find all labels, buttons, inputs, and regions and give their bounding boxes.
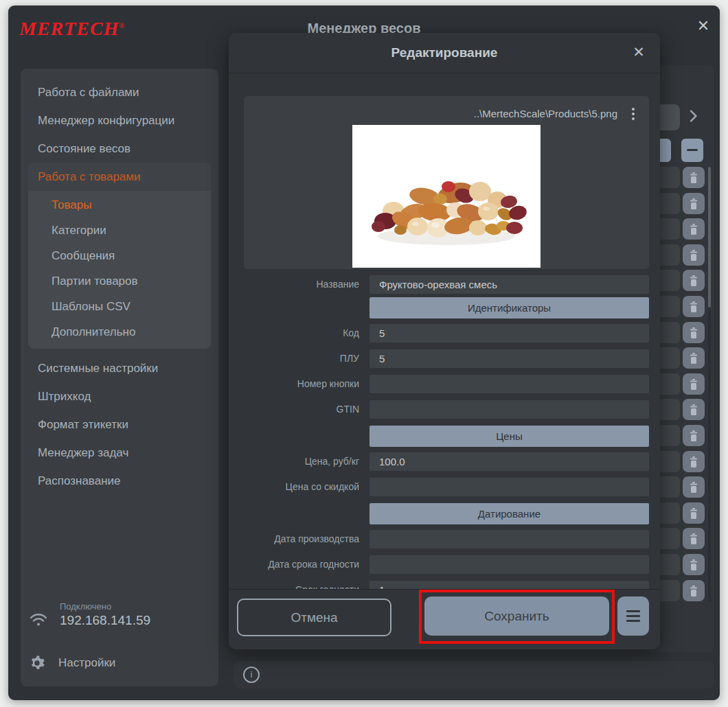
connection-ip: 192.168.141.59	[60, 613, 150, 628]
delete-row-button[interactable]	[683, 270, 705, 291]
field-label: Название	[229, 275, 359, 294]
scrollbar[interactable]	[708, 167, 711, 601]
trash-icon	[689, 379, 698, 390]
form-row: Дата производства	[229, 530, 660, 548]
hamburger-icon	[626, 610, 640, 612]
more-actions-button[interactable]	[617, 596, 649, 636]
delete-row-button[interactable]	[683, 296, 705, 317]
delete-row-button[interactable]	[683, 347, 705, 369]
delete-row-button[interactable]	[683, 451, 705, 472]
sidebar-item[interactable]: Штрихкод	[21, 382, 218, 410]
image-path: ..\MertechScale\Products\5.png	[474, 108, 617, 119]
trash-icon	[689, 482, 698, 493]
trash-icon	[689, 353, 698, 364]
chevron-right-icon[interactable]	[690, 110, 703, 124]
sidebar-item[interactable]: Системные настройки	[21, 354, 218, 382]
connection-status: Подключено	[60, 601, 111, 612]
dialog-close-icon[interactable]: ✕	[628, 42, 649, 62]
minus-icon	[687, 149, 698, 151]
sidebar-subitem[interactable]: Партии товаров	[28, 268, 211, 294]
delete-row-button[interactable]	[683, 528, 705, 549]
delete-row-button[interactable]	[683, 425, 705, 446]
delete-row-button[interactable]	[683, 580, 705, 601]
delete-row-button[interactable]	[683, 554, 705, 575]
form-section-header: Идентификаторы	[369, 297, 649, 318]
trash-icon	[689, 559, 698, 570]
delete-row-button[interactable]	[683, 399, 705, 420]
form-section-header: Датирование	[369, 503, 649, 524]
field-input[interactable]: Фруктово-орехвая смесь	[369, 275, 649, 294]
settings-button[interactable]: Настройки	[30, 656, 45, 672]
trash-icon	[689, 172, 698, 183]
cancel-button[interactable]: Отмена	[237, 599, 391, 636]
field-input[interactable]	[369, 375, 649, 393]
sidebar-item[interactable]: Менеджер задач	[21, 439, 218, 467]
kebab-menu-icon[interactable]	[628, 106, 638, 124]
product-image	[352, 125, 541, 268]
trash-icon	[689, 508, 698, 519]
sidebar-item[interactable]: Состояние весов	[21, 135, 218, 163]
screen: MERTECH® Менеджер весов ✕ Работа с файла…	[0, 0, 728, 707]
delete-row-button[interactable]	[683, 476, 705, 498]
field-input[interactable]	[369, 555, 649, 574]
sidebar-subitem[interactable]: Товары	[28, 192, 211, 218]
field-input[interactable]: 5	[369, 349, 649, 368]
sidebar-subitem[interactable]: Шаблоны CSV	[28, 294, 211, 319]
field-label: Цена со скидкой	[229, 478, 359, 496]
trash-icon	[689, 198, 698, 209]
field-input[interactable]	[369, 478, 649, 496]
info-icon[interactable]: i	[243, 667, 260, 683]
trash-icon	[689, 301, 698, 312]
remove-row-button[interactable]	[681, 139, 703, 162]
form-row: НазваниеФруктово-орехвая смесь	[229, 275, 660, 294]
form-row: Дата срока годности	[229, 555, 660, 574]
field-label: Цена, руб/кг	[229, 452, 359, 471]
scrollbar-thumb[interactable]	[708, 167, 711, 308]
sidebar-subitem[interactable]: Дополнительно	[28, 319, 211, 345]
app-window: MERTECH® Менеджер весов ✕ Работа с файла…	[8, 5, 720, 700]
field-input[interactable]	[369, 530, 649, 548]
form-row: Код5	[229, 324, 660, 343]
trash-icon	[689, 250, 698, 261]
dialog-title: Редактирование	[229, 33, 660, 73]
field-label: Дата производства	[229, 530, 359, 548]
sidebar-item[interactable]: Работа с товарами	[28, 163, 211, 191]
delete-row-button[interactable]	[683, 244, 705, 266]
field-label: Номер кнопки	[229, 375, 359, 393]
settings-label: Настройки	[58, 656, 115, 670]
window-close-icon[interactable]: ✕	[692, 15, 714, 37]
delete-row-button[interactable]	[683, 218, 705, 240]
sidebar-nav: Работа с файламиМенеджер конфигурацииСос…	[21, 69, 218, 495]
field-input[interactable]	[369, 400, 649, 419]
delete-row-button[interactable]	[683, 502, 705, 524]
sidebar-item[interactable]: Менеджер конфигурации	[21, 106, 218, 135]
gear-icon	[30, 656, 45, 671]
form-row: Номер кнопки	[229, 375, 660, 393]
sidebar-submenu: ТоварыКатегорииСообщенияПартии товаровШа…	[28, 191, 211, 349]
sidebar-subitem[interactable]: Сообщения	[28, 243, 211, 268]
form-row: ПЛУ5	[229, 349, 660, 368]
trash-icon	[689, 586, 698, 596]
dialog-footer: Отмена Сохранить	[229, 589, 660, 649]
delete-row-button[interactable]	[683, 167, 705, 188]
field-input[interactable]: 100.0	[369, 452, 649, 471]
delete-row-button[interactable]	[683, 373, 705, 395]
info-bar: i	[234, 661, 714, 688]
sidebar-item[interactable]: Формат этикетки	[21, 410, 218, 439]
sidebar: Работа с файламиМенеджер конфигурацииСос…	[21, 69, 218, 686]
trash-icon	[689, 327, 698, 338]
field-label: GTIN	[229, 400, 359, 419]
trash-icon	[689, 456, 698, 467]
delete-row-button[interactable]	[683, 193, 705, 214]
field-label: ПЛУ	[229, 349, 359, 368]
delete-row-button[interactable]	[683, 322, 705, 343]
product-image-panel: ..\MertechScale\Products\5.png	[244, 96, 649, 269]
form-row: GTIN	[229, 400, 660, 419]
save-button[interactable]: Сохранить	[424, 596, 609, 636]
trash-icon	[689, 224, 698, 235]
connection-status-block: Подключено 192.168.141.59	[29, 601, 207, 635]
field-input[interactable]: 5	[369, 324, 649, 343]
sidebar-subitem[interactable]: Категории	[28, 218, 211, 243]
sidebar-item[interactable]: Работа с файлами	[21, 78, 218, 106]
sidebar-item[interactable]: Распознавание	[21, 467, 218, 495]
